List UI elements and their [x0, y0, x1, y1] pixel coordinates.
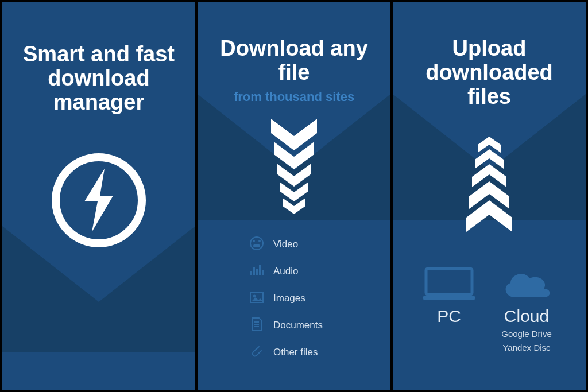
- target-cloud-label: Cloud: [498, 306, 555, 326]
- svg-rect-26: [423, 296, 475, 300]
- svg-point-16: [253, 294, 256, 297]
- bolt-icon: [14, 149, 184, 254]
- list-item-other: Other files: [249, 344, 379, 362]
- panel2-heading: Download any file: [209, 37, 379, 85]
- panel3-heading: Upload downloaded files: [404, 37, 574, 108]
- svg-rect-9: [253, 244, 260, 247]
- panel1-heading: Smart and fast download manager: [14, 42, 184, 114]
- audio-icon: [249, 263, 264, 281]
- panel-upload: Upload downloaded files: [393, 2, 586, 390]
- list-item-video: Video: [249, 236, 379, 254]
- svg-rect-11: [253, 267, 255, 275]
- cloud-sub2: Yandex Disc: [498, 342, 555, 354]
- svg-rect-12: [256, 269, 258, 275]
- cloud-icon: [498, 263, 555, 303]
- list-label: Audio: [273, 266, 298, 277]
- list-label: Documents: [273, 320, 323, 331]
- pc-icon: [423, 263, 475, 303]
- svg-point-6: [250, 237, 263, 250]
- panel-smart-fast: Smart and fast download manager: [2, 2, 195, 390]
- list-item-audio: Audio: [249, 263, 379, 281]
- attachment-icon: [249, 344, 264, 362]
- list-label: Images: [273, 293, 305, 304]
- documents-icon: [249, 317, 264, 335]
- svg-point-8: [258, 240, 261, 242]
- download-arrow-icon: [209, 119, 379, 219]
- target-pc: PC: [423, 263, 475, 326]
- file-type-list: Video Audio Images Documents: [209, 236, 379, 362]
- list-label: Video: [273, 239, 298, 250]
- upload-arrow-icon: [404, 134, 574, 234]
- svg-point-7: [253, 240, 255, 242]
- list-item-images: Images: [249, 290, 379, 308]
- svg-rect-25: [426, 269, 472, 294]
- cloud-sub1: Google Drive: [498, 328, 555, 340]
- svg-rect-13: [259, 265, 261, 275]
- panel2-sub: from thousand sites: [209, 90, 379, 104]
- target-pc-label: PC: [423, 306, 475, 326]
- upload-targets: PC Cloud Google Drive Yandex Disc: [404, 263, 574, 353]
- video-icon: [249, 236, 264, 254]
- images-icon: [249, 290, 264, 308]
- target-cloud: Cloud Google Drive Yandex Disc: [498, 263, 555, 353]
- svg-rect-10: [250, 271, 252, 275]
- feature-panels: Smart and fast download manager Download…: [0, 0, 588, 392]
- svg-rect-14: [262, 270, 264, 275]
- list-label: Other files: [273, 347, 318, 358]
- panel-download-any: Download any file from thousand sites Vi…: [198, 2, 390, 390]
- list-item-documents: Documents: [249, 317, 379, 335]
